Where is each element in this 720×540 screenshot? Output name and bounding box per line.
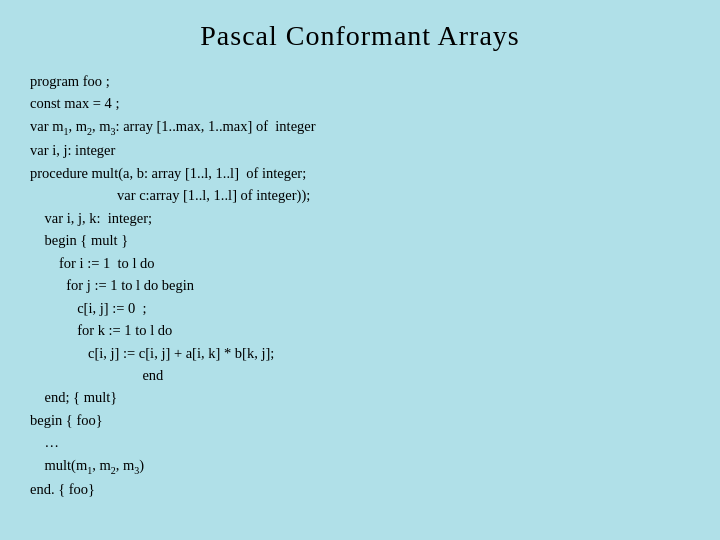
code-line-16: begin { foo} — [30, 409, 690, 431]
code-line-7: var i, j, k: integer; — [30, 207, 690, 229]
code-line-17: … — [30, 431, 690, 453]
code-line-5: procedure mult(a, b: array [1..l, 1..l] … — [30, 162, 690, 184]
code-line-4: var i, j: integer — [30, 139, 690, 161]
code-line-19: end. { foo} — [30, 478, 690, 500]
code-line-12: for k := 1 to l do — [30, 319, 690, 341]
code-line-10: for j := 1 to l do begin — [30, 274, 690, 296]
page-container: Pascal Conformant Arrays program foo ; c… — [0, 0, 720, 540]
code-line-8: begin { mult } — [30, 229, 690, 251]
code-line-1: program foo ; — [30, 70, 690, 92]
code-line-6: var c:array [1..l, 1..l] of integer)); — [30, 184, 690, 206]
code-line-9: for i := 1 to l do — [30, 252, 690, 274]
code-line-13: c[i, j] := c[i, j] + a[i, k] * b[k, j]; — [30, 342, 690, 364]
code-line-14: end — [30, 364, 690, 386]
code-line-11: c[i, j] := 0 ; — [30, 297, 690, 319]
code-line-18: mult(m1, m2, m3) — [30, 454, 690, 478]
page-title: Pascal Conformant Arrays — [30, 20, 690, 52]
code-block: program foo ; const max = 4 ; var m1, m2… — [30, 70, 690, 501]
code-line-3: var m1, m2, m3: array [1..max, 1..max] o… — [30, 115, 690, 139]
code-line-15: end; { mult} — [30, 386, 690, 408]
code-line-2: const max = 4 ; — [30, 92, 690, 114]
